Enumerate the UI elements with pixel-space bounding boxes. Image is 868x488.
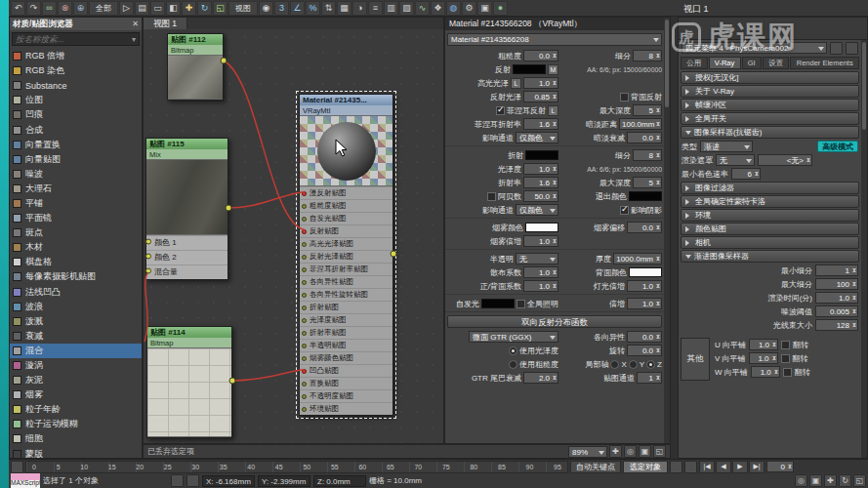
close-icon[interactable]: ✕ [132, 20, 139, 28]
abbe-checkbox[interactable] [487, 192, 496, 201]
selfillum-color-swatch[interactable] [481, 299, 515, 308]
parameter-scrollbar[interactable] [664, 18, 670, 443]
material-list-item[interactable]: 泼溅 [10, 314, 142, 329]
material-list-item[interactable]: 烟雾 [10, 387, 142, 402]
spinner-snap-icon[interactable]: ⇅ [321, 1, 336, 16]
vray-input-slot[interactable]: 粗糙度贴图 [300, 199, 393, 212]
use-roughness-radio[interactable] [509, 360, 517, 369]
slot-dot-icon[interactable] [302, 242, 307, 247]
playback-button[interactable]: ▶ [732, 461, 748, 473]
progressive-spinner[interactable]: 128 [815, 319, 858, 331]
hilight-lock-button[interactable]: L [511, 78, 521, 89]
progressive-spinner[interactable]: 0.005 [815, 305, 858, 317]
material-list-item[interactable]: 向量置换 [10, 138, 142, 152]
reflect-gloss-spinner[interactable]: 0.85 [523, 91, 558, 102]
y-coordinate-field[interactable]: Y: -2.399mm [258, 475, 310, 487]
redo-icon[interactable]: ↷ [26, 1, 41, 16]
slot-dot-icon[interactable] [302, 331, 307, 336]
slot-dot-icon[interactable] [302, 229, 307, 234]
render-view-dropdown[interactable]: 四元菜单 4 - PhysCamera002 [682, 42, 827, 54]
slot-dot-icon[interactable] [302, 280, 307, 285]
material-list-item[interactable]: 斑点 [10, 225, 142, 240]
maximize-viewport-icon[interactable]: ◱ [853, 474, 866, 487]
material-list-item[interactable]: 凹痕 [10, 107, 142, 122]
mix-input-slot[interactable]: 混合量 [146, 264, 227, 279]
fwd-back-coeff-spinner[interactable]: 1.0 [523, 280, 558, 292]
scale-icon[interactable]: ◱ [213, 1, 227, 16]
slot-dot-icon[interactable] [302, 369, 307, 374]
material-list-item[interactable]: Substance [10, 78, 142, 93]
fit-view-icon[interactable]: ◱ [653, 445, 666, 458]
set-key-button[interactable] [670, 461, 682, 473]
reflect-subdivs-spinner[interactable]: 8 [633, 50, 662, 61]
select-by-name-icon[interactable]: ▤ [135, 1, 149, 16]
slot-dot-icon[interactable] [302, 356, 307, 361]
material-list-item[interactable]: 衰减 [10, 329, 142, 344]
reflect-affect-channels-dropdown[interactable]: 仅颜色 [516, 132, 558, 143]
vray-input-slot[interactable]: 漫反射贴图 [300, 186, 393, 199]
rollout-header[interactable]: 授权[无汉化] [681, 71, 859, 84]
mix-input-slot[interactable]: 颜色 1 [146, 235, 227, 250]
orbit-icon[interactable]: ↻ [839, 474, 851, 487]
material-list-item[interactable]: 位图 [10, 93, 142, 107]
zoom-region-icon[interactable]: ▣ [809, 474, 822, 487]
render-mask-value[interactable]: <无> [758, 154, 812, 166]
playback-button[interactable]: ◀ [716, 461, 731, 473]
material-list-item[interactable]: 木材 [10, 240, 142, 255]
zoom-level-dropdown[interactable]: 89% [568, 446, 607, 458]
playback-button[interactable]: ▶| [749, 461, 765, 473]
unlink-icon[interactable]: ⊗ [58, 1, 72, 16]
slot-dot-icon[interactable] [302, 293, 307, 298]
slot-dot-icon[interactable] [302, 394, 307, 399]
curve-editor-icon[interactable]: ∿ [415, 1, 430, 16]
scatter-coeff-spinner[interactable]: 1.0 [523, 266, 558, 278]
selfillum-mult-spinner[interactable]: 1.0 [627, 298, 662, 309]
refract-subdivs-spinner[interactable]: 8 [633, 149, 662, 161]
pan-icon[interactable]: ✚ [824, 474, 837, 487]
flip-checkbox[interactable] [781, 341, 790, 349]
material-list-item[interactable]: 粒子运动模糊 [10, 417, 142, 431]
tiling-spinner[interactable]: 1.0 [749, 352, 778, 364]
material-list-item[interactable]: 大理石 [10, 182, 142, 196]
fog-multiplier-spinner[interactable]: 1.0 [523, 235, 558, 247]
map-channel-spinner[interactable]: 1 [637, 372, 662, 384]
material-list-item[interactable]: 蒙版 [10, 447, 142, 458]
vray-input-slot[interactable]: 烟雾颜色贴图 [300, 351, 393, 364]
graphite-ribbon-icon[interactable]: ▧ [399, 1, 414, 16]
gi-checkbox[interactable] [517, 300, 525, 308]
slot-dot-icon[interactable] [302, 305, 307, 310]
axis-x-radio[interactable] [610, 360, 619, 369]
translucency-dropdown[interactable]: 无 [516, 253, 558, 264]
vray-input-slot[interactable]: 不透明度贴图 [300, 389, 393, 402]
vray-input-slot[interactable]: 凹凸贴图 [300, 364, 393, 377]
rollout-header[interactable]: 图像过滤器 [681, 182, 859, 194]
slot-dot-icon[interactable] [302, 382, 307, 386]
render-frame-window-icon[interactable]: ▣ [477, 1, 492, 16]
material-list-item[interactable]: 棋盘格 [10, 255, 142, 269]
search-input[interactable] [16, 34, 130, 44]
slot-dot-icon[interactable] [302, 191, 307, 196]
select-link-icon[interactable]: ∞ [42, 1, 57, 16]
material-list-item[interactable]: RGB 倍增 [10, 49, 142, 63]
node-map-115[interactable]: 贴图 #115 Mix 颜色 1颜色 2混合量 [145, 138, 228, 280]
align-icon[interactable]: ≡ [368, 1, 383, 16]
material-list-item[interactable]: 粒子年龄 [10, 402, 142, 417]
layer-manager-icon[interactable]: ▥ [384, 1, 398, 16]
slot-dot-icon[interactable] [302, 217, 307, 222]
lock-view-icon[interactable] [830, 42, 843, 55]
chevron-down-icon[interactable]: ▾ [132, 35, 136, 44]
fresnel-ior-spinner[interactable]: 1.6 [523, 118, 558, 130]
exit-color-swatch[interactable] [629, 191, 662, 201]
vray-input-slot[interactable]: 各向异性旋转贴图 [300, 288, 393, 301]
advanced-mode-button[interactable]: 高级模式 [817, 141, 858, 152]
fog-color-swatch[interactable] [525, 223, 558, 232]
material-list-item[interactable]: 噪波 [10, 167, 142, 182]
vray-input-slot[interactable]: 高光光泽贴图 [300, 237, 393, 250]
material-list-item[interactable]: 波浪 [10, 300, 142, 314]
selection-lock-icon[interactable] [186, 474, 199, 487]
material-list-item[interactable]: 每像素摄影机贴图 [10, 269, 142, 284]
vray-input-slot[interactable]: 反射光泽贴图 [300, 250, 393, 263]
schematic-view-icon[interactable]: ❖ [431, 1, 445, 16]
vray-input-slot[interactable]: 反射贴图 [300, 224, 393, 237]
material-name-dropdown[interactable]: Material #2143566208 [447, 33, 662, 46]
